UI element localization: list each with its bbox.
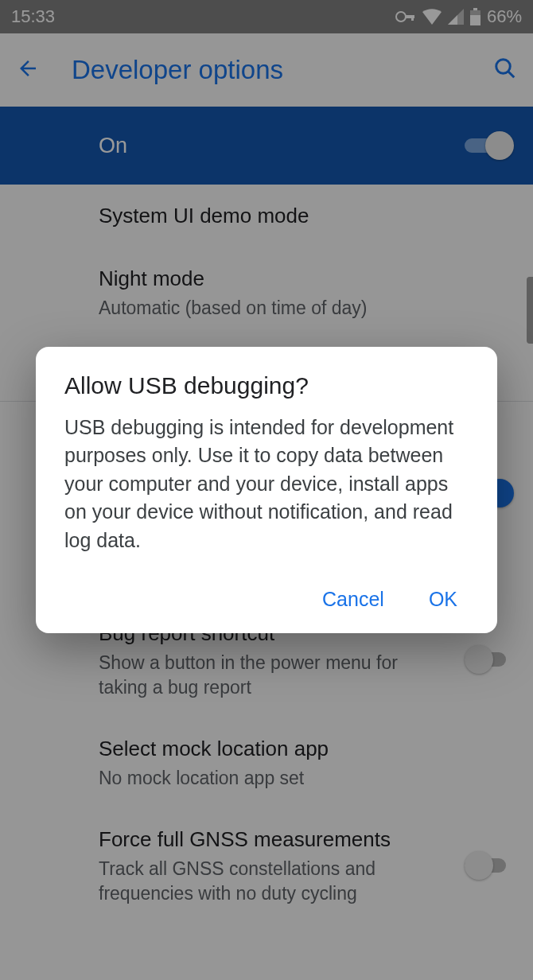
dialog-title: Allow USB debugging? xyxy=(64,372,469,399)
cancel-button[interactable]: Cancel xyxy=(317,581,389,617)
dialog-actions: Cancel OK xyxy=(64,581,469,617)
dialog-scrim[interactable]: Allow USB debugging? USB debugging is in… xyxy=(0,0,533,980)
ok-button[interactable]: OK xyxy=(424,581,462,617)
dialog-body: USB debugging is intended for developmen… xyxy=(64,414,469,555)
usb-debugging-dialog: Allow USB debugging? USB debugging is in… xyxy=(36,347,497,634)
